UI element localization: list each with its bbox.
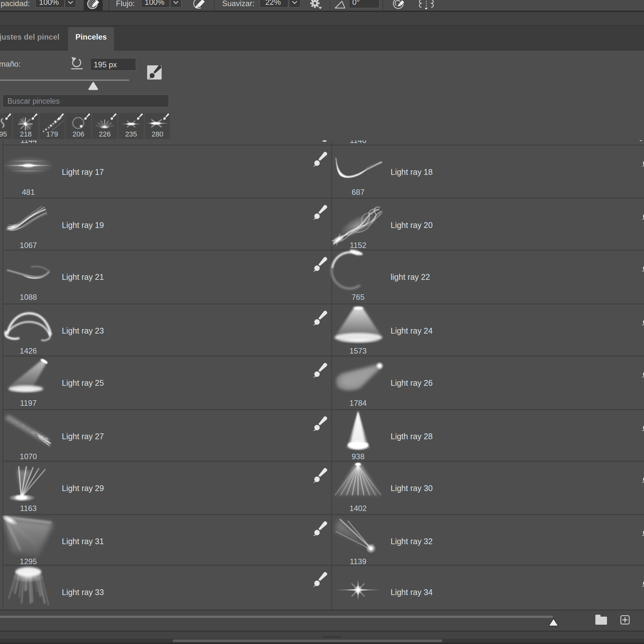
- svg-text:1295: 1295: [20, 557, 37, 566]
- svg-text:179: 179: [46, 130, 58, 138]
- svg-text:Light ray 20: Light ray 20: [391, 221, 433, 230]
- svg-text:1197: 1197: [20, 399, 37, 407]
- svg-text:206: 206: [72, 130, 84, 138]
- svg-text:Buscar pinceles: Buscar pinceles: [7, 97, 60, 105]
- svg-text:Light ray 32: Light ray 32: [391, 537, 433, 546]
- svg-text:Light ray 31: Light ray 31: [62, 537, 104, 546]
- svg-text:pacidad:: pacidad:: [1, 0, 30, 8]
- svg-text:195 px: 195 px: [94, 60, 117, 69]
- svg-text:0°: 0°: [352, 0, 360, 6]
- svg-text:1067: 1067: [20, 241, 37, 250]
- svg-text:Light ray 30: Light ray 30: [391, 484, 433, 493]
- svg-text:765: 765: [352, 293, 365, 301]
- svg-text:938: 938: [352, 452, 365, 461]
- svg-text:Light ray 25: Light ray 25: [62, 378, 104, 387]
- svg-text:100%: 100%: [145, 0, 164, 6]
- svg-text:Flujo:: Flujo:: [116, 0, 135, 8]
- svg-text:235: 235: [125, 130, 137, 138]
- svg-text:Light ray 17: Light ray 17: [62, 167, 104, 176]
- svg-text:1163: 1163: [20, 504, 37, 513]
- svg-text:Light ray 18: Light ray 18: [391, 167, 433, 176]
- svg-text:218: 218: [20, 130, 32, 138]
- svg-text:22%: 22%: [265, 0, 281, 6]
- svg-text:light ray 22: light ray 22: [391, 272, 430, 281]
- svg-text:1152: 1152: [350, 241, 366, 250]
- svg-text:687: 687: [352, 188, 365, 196]
- svg-text:Light ray 29: Light ray 29: [62, 484, 104, 493]
- svg-text:280: 280: [152, 130, 164, 138]
- svg-text:Light ray 23: Light ray 23: [62, 326, 104, 335]
- svg-text:Light ray 24: Light ray 24: [391, 326, 433, 335]
- svg-text:481: 481: [22, 188, 35, 196]
- svg-text:1195: 1195: [0, 130, 7, 138]
- svg-text:Light ray 27: Light ray 27: [62, 432, 104, 441]
- svg-text:1402: 1402: [349, 504, 366, 513]
- svg-text:100%: 100%: [39, 0, 59, 6]
- svg-text:Light ray 21: Light ray 21: [62, 272, 104, 281]
- svg-text:1426: 1426: [20, 346, 37, 355]
- svg-text:Tamaño:: Tamaño:: [0, 60, 21, 68]
- svg-text:Ligth ray 28: Ligth ray 28: [391, 432, 433, 441]
- svg-text:Suavizar:: Suavizar:: [222, 0, 254, 8]
- svg-text:Light ray 33: Light ray 33: [62, 588, 104, 597]
- svg-text:1784: 1784: [349, 399, 366, 407]
- svg-text:1088: 1088: [20, 293, 37, 301]
- svg-text:Pinceles: Pinceles: [75, 33, 107, 41]
- svg-text:Light ray 19: Light ray 19: [62, 221, 104, 230]
- svg-text:1573: 1573: [349, 346, 366, 355]
- svg-text:justes del pincel: justes del pincel: [0, 33, 60, 41]
- svg-text:1070: 1070: [20, 452, 37, 461]
- svg-text:Light ray 34: Light ray 34: [391, 588, 433, 597]
- svg-text:Light ray 26: Light ray 26: [391, 378, 433, 387]
- svg-text:1139: 1139: [350, 557, 366, 566]
- svg-text:226: 226: [99, 130, 111, 138]
